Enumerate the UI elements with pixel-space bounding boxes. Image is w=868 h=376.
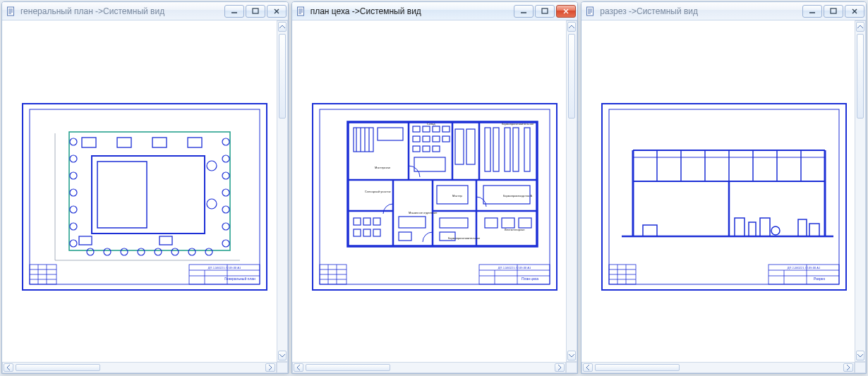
svg-rect-131 [609, 109, 839, 284]
document-icon [586, 6, 596, 16]
svg-rect-14 [159, 236, 172, 245]
scroll-left-button[interactable] [4, 363, 13, 372]
svg-point-22 [222, 138, 229, 145]
scroll-up-button[interactable] [567, 22, 576, 32]
mdi-desktop: генеральный план ->Системный вид [0, 0, 868, 375]
svg-rect-130 [602, 104, 846, 290]
minimize-button[interactable] [514, 5, 534, 18]
scroll-thumb[interactable] [857, 34, 864, 119]
svg-rect-100 [440, 218, 468, 228]
scrollbar-horizontal[interactable] [292, 362, 567, 373]
svg-text:Кормопроизводство А: Кормопроизводство А [503, 194, 532, 198]
svg-rect-13 [79, 236, 92, 245]
svg-point-32 [138, 248, 145, 255]
scroll-down-button[interactable] [567, 351, 576, 360]
window-buttons [802, 5, 864, 18]
scroll-thumb[interactable] [306, 364, 390, 371]
mdi-window-floor-plan: план цеха ->Системный вид [291, 1, 579, 374]
svg-point-19 [70, 206, 77, 213]
svg-text:Вентиляторная: Вентиляторная [505, 228, 525, 231]
close-button[interactable] [556, 5, 576, 18]
scroll-left-button[interactable] [583, 363, 593, 372]
svg-point-27 [222, 223, 229, 230]
svg-point-31 [121, 248, 128, 255]
maximize-button[interactable] [246, 5, 265, 18]
svg-point-35 [188, 248, 195, 255]
scroll-thumb[interactable] [568, 34, 575, 119]
scroll-left-button[interactable] [294, 363, 303, 372]
svg-rect-78 [433, 136, 440, 142]
svg-rect-90 [524, 128, 530, 171]
svg-rect-83 [414, 157, 445, 171]
drawing-viewport[interactable]: ДП 2-560221.72.09.00 А1 Генеральный план [2, 20, 288, 373]
svg-point-16 [70, 155, 77, 162]
scroll-corner [566, 362, 577, 373]
scroll-right-button[interactable] [265, 363, 275, 372]
scrollbar-vertical[interactable] [855, 20, 866, 362]
svg-rect-150 [798, 219, 807, 236]
drawing-viewport[interactable]: Мастерская Склад Кормоприготовительное М… [292, 20, 578, 373]
scroll-thumb[interactable] [279, 34, 286, 119]
svg-rect-80 [413, 146, 420, 152]
svg-rect-1 [253, 8, 258, 13]
svg-rect-8 [97, 162, 147, 228]
maximize-button[interactable] [824, 5, 843, 18]
scrollbar-vertical[interactable] [566, 20, 577, 362]
svg-point-15 [70, 138, 77, 145]
minimize-button[interactable] [802, 5, 822, 18]
document-icon [296, 6, 306, 16]
window-title: план цеха ->Системный вид [311, 6, 514, 16]
maximize-button[interactable] [535, 5, 555, 18]
drawing-viewport[interactable]: ДП 2-560221.72.09.00 А1 Разрез [581, 20, 866, 373]
scroll-thumb[interactable] [595, 364, 680, 371]
scrollbar-horizontal[interactable] [581, 362, 855, 373]
scrollbar-vertical[interactable] [277, 20, 288, 362]
svg-text:Кормоприготовительное: Кормоприготовительное [502, 122, 534, 126]
svg-rect-6 [69, 132, 230, 250]
svg-rect-91 [354, 218, 361, 225]
svg-rect-103 [502, 218, 514, 228]
window-buttons [224, 5, 287, 18]
window-title: разрез ->Системный вид [600, 6, 802, 16]
svg-text:Слесарный участок: Слесарный участок [365, 190, 391, 193]
scrollbar-horizontal[interactable] [2, 362, 277, 373]
scroll-down-button[interactable] [856, 351, 864, 360]
svg-rect-84 [455, 129, 464, 164]
svg-text:Генеральный план: Генеральный план [225, 277, 256, 281]
svg-point-149 [771, 226, 780, 235]
scroll-down-button[interactable] [278, 351, 287, 360]
svg-rect-3 [30, 109, 260, 284]
svg-rect-148 [760, 218, 770, 236]
svg-rect-0 [8, 7, 14, 16]
titlebar[interactable]: план цеха ->Системный вид [292, 2, 578, 20]
svg-point-23 [222, 155, 229, 162]
scroll-up-button[interactable] [278, 22, 287, 32]
drawing-sheet-general-plan: ДП 2-560221.72.09.00 А1 Генеральный план [14, 98, 275, 296]
document-icon [6, 6, 16, 16]
svg-rect-75 [442, 126, 450, 132]
svg-rect-128 [587, 7, 593, 16]
scroll-right-button[interactable] [843, 363, 853, 372]
svg-text:Мастерская: Мастерская [375, 166, 390, 169]
close-button[interactable] [845, 5, 864, 18]
minimize-button[interactable] [224, 5, 244, 18]
scroll-up-button[interactable] [856, 22, 864, 32]
drawing-sheet-floor-plan: Мастерская Склад Кормоприготовительное М… [304, 98, 565, 296]
svg-text:Кормоприготовительное: Кормоприготовительное [448, 236, 481, 240]
svg-text:Склад: Склад [427, 122, 435, 126]
svg-rect-102 [485, 218, 498, 228]
scroll-right-button[interactable] [555, 363, 565, 372]
svg-rect-88 [505, 128, 510, 171]
mdi-window-general-plan: генеральный план ->Системный вид [1, 1, 289, 374]
scroll-thumb[interactable] [16, 364, 100, 371]
svg-text:ДП 2-560221.72.09.00 А1: ДП 2-560221.72.09.00 А1 [788, 266, 821, 269]
close-button[interactable] [267, 5, 287, 18]
titlebar[interactable]: разрез ->Системный вид [581, 2, 866, 20]
svg-text:Мастер: Мастер [452, 194, 463, 198]
svg-rect-53 [542, 8, 548, 13]
titlebar[interactable]: генеральный план ->Системный вид [2, 2, 288, 20]
svg-rect-74 [433, 126, 440, 132]
svg-rect-86 [485, 128, 490, 171]
svg-rect-146 [735, 218, 745, 236]
svg-point-17 [70, 172, 77, 179]
